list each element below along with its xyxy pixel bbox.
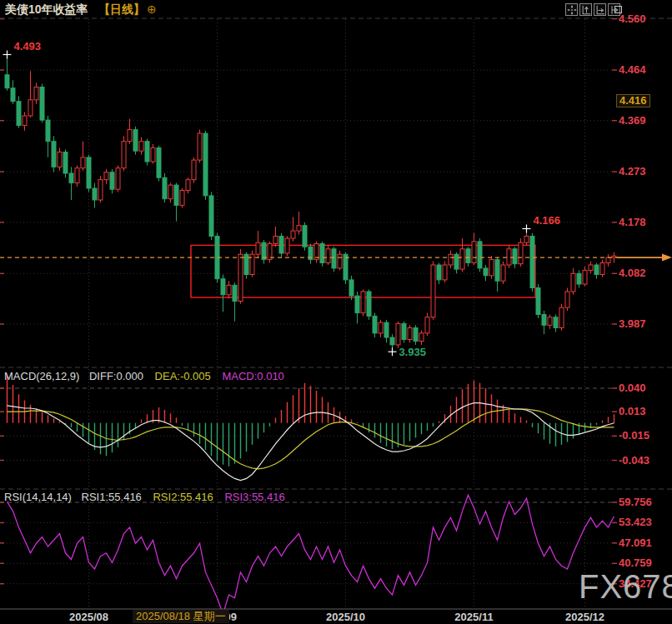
move-icon[interactable] xyxy=(565,3,578,16)
title-bar: 美债10年收益率 【日线】 ⊕ xyxy=(0,0,672,18)
svg-text:3.935: 3.935 xyxy=(399,346,427,358)
macd-axis-label: -0.015 xyxy=(619,429,649,442)
svg-text:4.493: 4.493 xyxy=(14,40,42,52)
svg-text:4.166: 4.166 xyxy=(534,214,561,227)
rsi-name: RSI(14,14,14) xyxy=(4,491,72,503)
macd-macd-value: MACD:0.010 xyxy=(222,370,283,382)
rsi-axis-label: 59.756 xyxy=(619,496,652,509)
trading-chart-app: 4.4934.1663.935 美债10年收益率 【日线】 ⊕ MA xyxy=(0,0,672,624)
macd-name: MACD(26,12,9) xyxy=(4,370,79,382)
price-axis-label: 4.082 xyxy=(619,267,646,280)
chart-period[interactable]: 【日线】 xyxy=(98,2,145,17)
scale-x-icon[interactable] xyxy=(594,3,606,16)
rsi-header: RSI(14,14,14) RSI1:55.416 RSI2:55.416 RS… xyxy=(4,491,285,503)
chart-title: 美债10年收益率 xyxy=(5,2,88,17)
month-label: 2025/08 xyxy=(69,611,108,623)
macd-axis-label: 0.040 xyxy=(619,382,646,395)
rsi-axis-label: 47.091 xyxy=(619,537,652,550)
chart-toolbar xyxy=(565,3,620,16)
macd-axis-label: -0.043 xyxy=(619,454,649,467)
month-label: 2025/12 xyxy=(565,611,604,623)
add-indicator-icon[interactable]: ⊕ xyxy=(147,2,157,16)
rsi2-value: RSI2:55.416 xyxy=(153,491,213,503)
rsi3-value: RSI3:55.416 xyxy=(224,491,284,503)
price-alert-label: 4.416 xyxy=(616,94,650,107)
watermark: FX678 xyxy=(579,568,672,606)
month-label: 2025/11 xyxy=(454,611,493,623)
date-tooltip: 2025/08/18 星期一 xyxy=(133,610,229,623)
macd-axis-label: 0.013 xyxy=(619,405,646,418)
price-axis-label: 4.464 xyxy=(619,63,646,77)
rsi-axis-label: 53.423 xyxy=(619,516,652,529)
price-axis-label: 4.369 xyxy=(619,114,646,127)
macd-diff-value: DIFF:0.000 xyxy=(89,370,143,382)
chart-canvas[interactable]: 4.4934.1663.935 xyxy=(0,0,672,624)
macd-header: MACD(26,12,9) DIFF:0.000 DEA:-0.005 MACD… xyxy=(4,370,284,382)
price-axis-label: 3.987 xyxy=(619,317,646,331)
axis-collapse-icon[interactable] xyxy=(614,6,622,13)
price-axis-label: 4.178 xyxy=(619,216,646,229)
price-axis-label: 4.273 xyxy=(619,165,646,178)
month-label: 2025/10 xyxy=(326,611,365,623)
scale-y-icon[interactable] xyxy=(579,3,592,16)
rsi1-value: RSI1:55.416 xyxy=(82,491,142,503)
macd-dea-value: DEA:-0.005 xyxy=(155,370,211,382)
